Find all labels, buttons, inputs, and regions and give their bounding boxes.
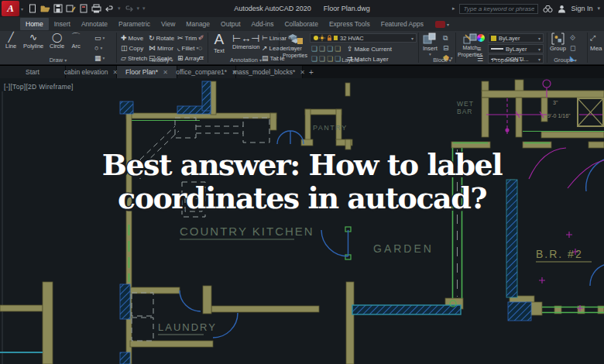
ribbon-tab-express-tools[interactable]: Express Tools bbox=[324, 18, 376, 30]
tool-layer-properties[interactable]: Layer Properties bbox=[282, 33, 308, 59]
tool-group[interactable]: Group bbox=[550, 33, 566, 52]
line-icon: ╱ bbox=[8, 33, 13, 43]
ribbon-tab-insert[interactable]: Insert bbox=[49, 18, 76, 30]
file-tab-cabin-elevation[interactable]: cabin elevation✕ bbox=[66, 66, 117, 78]
xref-icon[interactable] bbox=[79, 4, 88, 13]
tool-trim[interactable]: ✂Trim▾ bbox=[177, 34, 201, 42]
close-icon[interactable]: ✕ bbox=[163, 69, 168, 76]
undo-icon[interactable] bbox=[105, 4, 115, 13]
tool-circle[interactable]: ◯Circle bbox=[50, 33, 64, 50]
new-tab-button[interactable]: + bbox=[303, 66, 320, 78]
autocad-logo[interactable]: A bbox=[2, 1, 19, 16]
group-edit-tool[interactable]: ◻ bbox=[570, 44, 575, 52]
block-edit-tool[interactable]: ⧉ bbox=[443, 34, 448, 43]
tool-measure[interactable]: ⤢ bbox=[590, 34, 595, 43]
ribbon-tab-parametric[interactable]: Parametric bbox=[113, 18, 156, 30]
group-icon bbox=[551, 33, 565, 45]
layer-dropdown[interactable]: 32 HVAC ▾ bbox=[310, 33, 417, 43]
search-input[interactable] bbox=[459, 4, 538, 14]
panel-label-layers[interactable]: Layers ▾ bbox=[325, 57, 379, 64]
tool-move[interactable]: ✚Move bbox=[121, 34, 143, 42]
panel-label-modify[interactable]: Modify ▾ bbox=[136, 57, 190, 64]
app-menu-caret-icon[interactable]: ▾ bbox=[21, 6, 23, 12]
file-tab-mass-model-blocks[interactable]: mass_model_blocks*✕ bbox=[236, 66, 303, 78]
dimension-text-small: 3" bbox=[553, 100, 558, 105]
leader-icon: ↗ bbox=[262, 44, 268, 52]
panel-label-properties[interactable]: Properties ▾ bbox=[476, 57, 538, 64]
text-icon: A bbox=[214, 32, 225, 47]
save-as-icon[interactable] bbox=[66, 4, 76, 13]
screencast-tool[interactable]: ▾ bbox=[435, 21, 449, 28]
tool-copy[interactable]: ◫Copy bbox=[121, 44, 143, 52]
tool-mirror[interactable]: ⋈Mirror bbox=[149, 44, 173, 52]
redo-caret-icon[interactable]: ▾ bbox=[137, 5, 140, 12]
lineweight-dropdown[interactable]: ByLayer▾ bbox=[488, 44, 544, 53]
match-properties-icon bbox=[463, 33, 477, 44]
ungroup-tool[interactable]: ⟐ bbox=[570, 34, 575, 43]
viewport-controls[interactable]: [-][Top][2D Wireframe] bbox=[4, 83, 74, 91]
autocad-window: PANTRY COUNTRY KITCHEN GARDEN B.R. #2 LA… bbox=[0, 0, 604, 364]
user-icon[interactable] bbox=[558, 5, 566, 13]
panel-label-annotation[interactable]: Annotation ▾ bbox=[217, 57, 275, 64]
tool-erase[interactable]: ✐ bbox=[198, 34, 204, 42]
make-current-button[interactable]: ⇪Make Current bbox=[347, 45, 392, 53]
tool-fillet[interactable]: ◟Fillet▾ bbox=[177, 44, 198, 52]
file-tab-bar: Start cabin elevation✕ Floor Plan*✕ offi… bbox=[0, 65, 604, 78]
file-tab-start[interactable]: Start bbox=[0, 66, 66, 78]
tool-hatch[interactable]: ▦▾ bbox=[94, 54, 105, 62]
save-icon[interactable] bbox=[53, 4, 63, 13]
tool-arc[interactable]: ⌒Arc bbox=[71, 33, 81, 50]
rotate-icon: ↻ bbox=[149, 34, 155, 42]
search-expand-icon[interactable]: ▸ bbox=[452, 5, 455, 12]
bulb-icon bbox=[314, 36, 318, 40]
color-wheel-icon[interactable] bbox=[477, 34, 485, 42]
tool-rotate[interactable]: ↻Rotate bbox=[149, 34, 174, 42]
redo-icon[interactable] bbox=[124, 4, 134, 13]
titlebar-more-icon[interactable]: ▾ bbox=[597, 5, 600, 12]
file-tab-floor-plan[interactable]: Floor Plan*✕ bbox=[117, 66, 177, 78]
plot-icon[interactable] bbox=[91, 4, 101, 13]
tool-explode[interactable]: ◌ bbox=[198, 44, 202, 52]
sun-icon bbox=[319, 35, 325, 41]
lineweight-sample bbox=[491, 48, 503, 50]
tool-text[interactable]: AText bbox=[214, 32, 225, 54]
ribbon-tab-home[interactable]: Home bbox=[20, 18, 49, 30]
search-binoculars-icon[interactable] bbox=[543, 5, 553, 13]
file-tab-office-compare[interactable]: office_compare1*✕ bbox=[177, 66, 236, 78]
new-file-icon[interactable] bbox=[28, 4, 37, 13]
panel-label-groups[interactable]: Groups ▾ bbox=[542, 57, 589, 64]
layer-state-row1: ❏❏❏❏ bbox=[311, 45, 341, 53]
tool-rectangle[interactable]: ▭▾ bbox=[94, 34, 105, 42]
open-folder-icon[interactable] bbox=[40, 4, 50, 13]
brush-icon: ✐ bbox=[198, 34, 204, 42]
color-dropdown[interactable]: ByLayer▾ bbox=[488, 33, 544, 43]
panel-label-draw[interactable]: Draw ▾ bbox=[31, 57, 85, 64]
undo-caret-icon[interactable]: ▾ bbox=[118, 5, 121, 12]
tool-line[interactable]: ╱Line bbox=[5, 33, 16, 50]
hatch-icon: ▦ bbox=[94, 54, 101, 62]
app-title: Autodesk AutoCAD 2020 bbox=[234, 5, 311, 12]
fillet-icon: ◟ bbox=[177, 44, 180, 52]
ribbon-tab-bar: Home Insert Annotate Parametric View Man… bbox=[0, 17, 604, 31]
tool-offset[interactable]: ⊂ bbox=[198, 54, 204, 62]
ribbon-tab-collaborate[interactable]: Collaborate bbox=[279, 18, 323, 30]
ribbon-tab-manage[interactable]: Manage bbox=[180, 18, 215, 30]
block-attrs-tool[interactable]: ⊟ bbox=[443, 44, 449, 52]
screencast-icon bbox=[435, 21, 445, 28]
tool-polyline[interactable]: ∿Polyline bbox=[23, 33, 43, 50]
ribbon-tab-view[interactable]: View bbox=[156, 18, 180, 30]
ellipse-icon: ○ bbox=[94, 44, 98, 52]
ribbon-tab-addins[interactable]: Add-ins bbox=[246, 18, 280, 30]
rectangle-icon: ▭ bbox=[94, 34, 101, 42]
ribbon-tab-output[interactable]: Output bbox=[215, 18, 246, 30]
ribbon-tab-featured-apps[interactable]: Featured Apps bbox=[376, 18, 429, 30]
sign-in-link[interactable]: Sign In bbox=[571, 5, 592, 12]
ribbon-tab-annotate[interactable]: Annotate bbox=[76, 18, 113, 30]
label-laundry: LAUNDRY bbox=[158, 321, 217, 333]
qat-dropdown-icon[interactable]: ▾ bbox=[142, 5, 146, 12]
tool-ellipse[interactable]: ○▾ bbox=[94, 44, 102, 52]
skylight-xbox-symbol bbox=[578, 98, 603, 126]
tool-insert-block[interactable]: Insert ▾ bbox=[423, 33, 438, 57]
tool-dimension[interactable]: ⊢↔⊣Dimension bbox=[232, 33, 260, 50]
title-bar: A ▾ ▾ ▾ ▾ Autodesk AutoCAD 2020 Floor Pl… bbox=[0, 0, 604, 17]
